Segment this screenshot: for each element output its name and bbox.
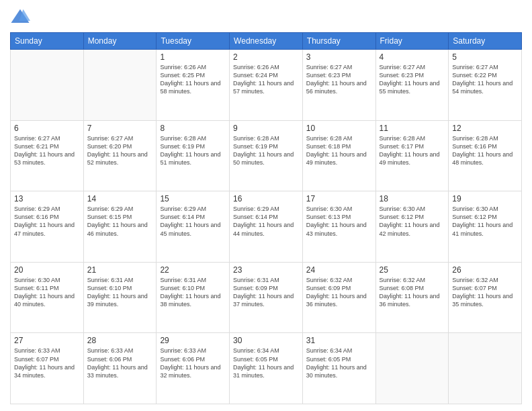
- day-number: 14: [87, 194, 153, 203]
- day-number: 5: [452, 52, 518, 62]
- day-number: 7: [87, 124, 153, 133]
- calendar-cell: 16Sunrise: 6:29 AMSunset: 6:14 PMDayligh…: [230, 191, 303, 263]
- day-number: 17: [306, 194, 372, 203]
- calendar-cell: 10Sunrise: 6:28 AMSunset: 6:18 PMDayligh…: [302, 120, 375, 191]
- day-info: Sunrise: 6:29 AMSunset: 6:15 PMDaylight:…: [87, 205, 153, 238]
- day-number: 11: [380, 124, 445, 133]
- day-info: Sunrise: 6:27 AMSunset: 6:21 PMDaylight:…: [14, 134, 80, 167]
- day-info: Sunrise: 6:27 AMSunset: 6:23 PMDaylight:…: [306, 63, 372, 96]
- day-info: Sunrise: 6:33 AMSunset: 6:07 PMDaylight:…: [14, 347, 80, 379]
- day-number: 19: [452, 194, 518, 203]
- calendar-header-thursday: Thursday: [302, 33, 375, 50]
- calendar-cell: 7Sunrise: 6:27 AMSunset: 6:20 PMDaylight…: [83, 120, 157, 191]
- day-info: Sunrise: 6:32 AMSunset: 6:09 PMDaylight:…: [306, 276, 372, 309]
- calendar-cell: 21Sunrise: 6:31 AMSunset: 6:10 PMDayligh…: [83, 262, 157, 333]
- calendar-cell: 25Sunrise: 6:32 AMSunset: 6:08 PMDayligh…: [375, 262, 449, 333]
- calendar-cell: 17Sunrise: 6:30 AMSunset: 6:13 PMDayligh…: [302, 191, 375, 263]
- calendar-cell: 18Sunrise: 6:30 AMSunset: 6:12 PMDayligh…: [375, 191, 449, 263]
- day-info: Sunrise: 6:28 AMSunset: 6:17 PMDaylight:…: [380, 134, 445, 167]
- day-number: 18: [380, 194, 445, 203]
- calendar-cell: [375, 333, 449, 404]
- calendar-cell: 13Sunrise: 6:29 AMSunset: 6:16 PMDayligh…: [11, 191, 84, 263]
- day-number: 27: [14, 336, 80, 345]
- day-info: Sunrise: 6:27 AMSunset: 6:20 PMDaylight:…: [87, 134, 153, 167]
- calendar-table: SundayMondayTuesdayWednesdayThursdayFrid…: [10, 32, 522, 404]
- day-info: Sunrise: 6:32 AMSunset: 6:07 PMDaylight:…: [452, 276, 518, 309]
- page: SundayMondayTuesdayWednesdayThursdayFrid…: [0, 0, 532, 411]
- calendar-cell: 23Sunrise: 6:31 AMSunset: 6:09 PMDayligh…: [230, 262, 303, 333]
- day-info: Sunrise: 6:27 AMSunset: 6:22 PMDaylight:…: [452, 63, 518, 96]
- day-info: Sunrise: 6:27 AMSunset: 6:23 PMDaylight:…: [380, 63, 445, 96]
- calendar-cell: 22Sunrise: 6:31 AMSunset: 6:10 PMDayligh…: [157, 262, 230, 333]
- calendar-cell: 4Sunrise: 6:27 AMSunset: 6:23 PMDaylight…: [375, 50, 449, 121]
- calendar-cell: 24Sunrise: 6:32 AMSunset: 6:09 PMDayligh…: [302, 262, 375, 333]
- calendar-cell: 9Sunrise: 6:28 AMSunset: 6:19 PMDaylight…: [230, 120, 303, 191]
- day-number: 4: [380, 52, 445, 62]
- day-number: 31: [306, 336, 372, 345]
- calendar-cell: 1Sunrise: 6:26 AMSunset: 6:25 PMDaylight…: [157, 50, 230, 121]
- day-number: 13: [14, 194, 80, 203]
- calendar-cell: 8Sunrise: 6:28 AMSunset: 6:19 PMDaylight…: [157, 120, 230, 191]
- calendar-week-1: 1Sunrise: 6:26 AMSunset: 6:25 PMDaylight…: [11, 50, 522, 121]
- day-info: Sunrise: 6:30 AMSunset: 6:12 PMDaylight:…: [452, 205, 518, 238]
- calendar-cell: 26Sunrise: 6:32 AMSunset: 6:07 PMDayligh…: [449, 262, 522, 333]
- calendar-cell: 19Sunrise: 6:30 AMSunset: 6:12 PMDayligh…: [449, 191, 522, 263]
- calendar-cell: 5Sunrise: 6:27 AMSunset: 6:22 PMDaylight…: [449, 50, 522, 121]
- calendar-week-5: 27Sunrise: 6:33 AMSunset: 6:07 PMDayligh…: [11, 333, 522, 404]
- calendar-header-tuesday: Tuesday: [157, 33, 230, 50]
- logo: [10, 7, 33, 27]
- day-info: Sunrise: 6:31 AMSunset: 6:09 PMDaylight:…: [233, 276, 299, 309]
- calendar-header-monday: Monday: [83, 33, 157, 50]
- day-number: 22: [160, 265, 226, 275]
- calendar-cell: 28Sunrise: 6:33 AMSunset: 6:06 PMDayligh…: [83, 333, 157, 404]
- day-info: Sunrise: 6:33 AMSunset: 6:06 PMDaylight:…: [160, 347, 226, 379]
- header: [10, 7, 522, 27]
- calendar-cell: 29Sunrise: 6:33 AMSunset: 6:06 PMDayligh…: [157, 333, 230, 404]
- calendar-header-saturday: Saturday: [449, 33, 522, 50]
- calendar-cell: 14Sunrise: 6:29 AMSunset: 6:15 PMDayligh…: [83, 191, 157, 263]
- day-number: 9: [233, 124, 299, 133]
- day-number: 6: [14, 124, 80, 133]
- calendar-cell: 15Sunrise: 6:29 AMSunset: 6:14 PMDayligh…: [157, 191, 230, 263]
- day-info: Sunrise: 6:30 AMSunset: 6:13 PMDaylight:…: [306, 205, 372, 238]
- calendar-cell: 2Sunrise: 6:26 AMSunset: 6:24 PMDaylight…: [230, 50, 303, 121]
- day-info: Sunrise: 6:28 AMSunset: 6:16 PMDaylight:…: [452, 134, 518, 167]
- calendar-cell: 6Sunrise: 6:27 AMSunset: 6:21 PMDaylight…: [11, 120, 84, 191]
- day-info: Sunrise: 6:28 AMSunset: 6:18 PMDaylight:…: [306, 134, 372, 167]
- day-number: 29: [160, 336, 226, 345]
- calendar-cell: 20Sunrise: 6:30 AMSunset: 6:11 PMDayligh…: [11, 262, 84, 333]
- day-number: 2: [233, 52, 299, 62]
- day-number: 26: [452, 265, 518, 275]
- calendar-week-4: 20Sunrise: 6:30 AMSunset: 6:11 PMDayligh…: [11, 262, 522, 333]
- day-info: Sunrise: 6:31 AMSunset: 6:10 PMDaylight:…: [87, 276, 153, 309]
- day-number: 20: [14, 265, 80, 275]
- day-number: 23: [233, 265, 299, 275]
- calendar-header-row: SundayMondayTuesdayWednesdayThursdayFrid…: [11, 33, 522, 50]
- calendar-cell: 12Sunrise: 6:28 AMSunset: 6:16 PMDayligh…: [449, 120, 522, 191]
- day-info: Sunrise: 6:33 AMSunset: 6:06 PMDaylight:…: [87, 347, 153, 379]
- logo-icon: [10, 7, 30, 27]
- day-info: Sunrise: 6:30 AMSunset: 6:12 PMDaylight:…: [380, 205, 445, 238]
- day-info: Sunrise: 6:26 AMSunset: 6:24 PMDaylight:…: [233, 63, 299, 96]
- day-number: 15: [160, 194, 226, 203]
- calendar-header-friday: Friday: [375, 33, 449, 50]
- day-number: 16: [233, 194, 299, 203]
- calendar-cell: 30Sunrise: 6:34 AMSunset: 6:05 PMDayligh…: [230, 333, 303, 404]
- day-number: 25: [380, 265, 445, 275]
- day-number: 3: [306, 52, 372, 62]
- day-number: 8: [160, 124, 226, 133]
- calendar-cell: 3Sunrise: 6:27 AMSunset: 6:23 PMDaylight…: [302, 50, 375, 121]
- calendar-cell: 27Sunrise: 6:33 AMSunset: 6:07 PMDayligh…: [11, 333, 84, 404]
- day-info: Sunrise: 6:26 AMSunset: 6:25 PMDaylight:…: [160, 63, 226, 96]
- day-number: 28: [87, 336, 153, 345]
- day-number: 21: [87, 265, 153, 275]
- day-info: Sunrise: 6:34 AMSunset: 6:05 PMDaylight:…: [233, 347, 299, 379]
- calendar-cell: [11, 50, 84, 121]
- day-number: 1: [160, 52, 226, 62]
- day-info: Sunrise: 6:29 AMSunset: 6:16 PMDaylight:…: [14, 205, 80, 238]
- calendar-cell: 31Sunrise: 6:34 AMSunset: 6:05 PMDayligh…: [302, 333, 375, 404]
- day-info: Sunrise: 6:32 AMSunset: 6:08 PMDaylight:…: [380, 276, 445, 309]
- calendar-week-3: 13Sunrise: 6:29 AMSunset: 6:16 PMDayligh…: [11, 191, 522, 263]
- day-info: Sunrise: 6:28 AMSunset: 6:19 PMDaylight:…: [160, 134, 226, 167]
- day-info: Sunrise: 6:34 AMSunset: 6:05 PMDaylight:…: [306, 347, 372, 379]
